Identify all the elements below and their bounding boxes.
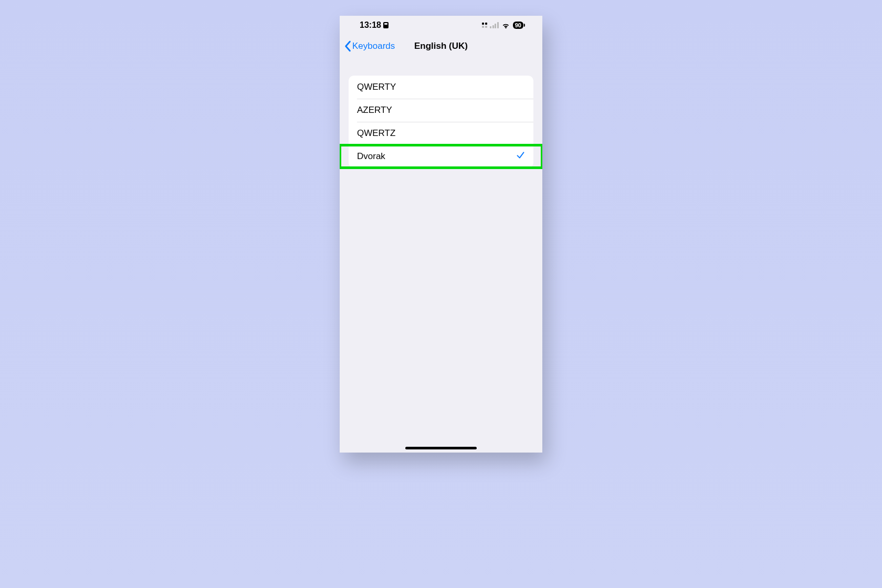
status-time: 13:18	[360, 20, 381, 30]
phone-frame: 13:18 90 Keyboards English (UK)	[340, 16, 542, 453]
layout-label: QWERTY	[357, 82, 396, 92]
keyboard-layout-list: QWERTY AZERTY QWERTZ Dvorak	[349, 76, 533, 168]
portrait-lock-icon	[383, 22, 388, 28]
layout-option-dvorak[interactable]: Dvorak	[349, 145, 533, 168]
layout-option-azerty[interactable]: AZERTY	[349, 99, 533, 122]
chevron-left-icon	[344, 40, 351, 52]
divider	[357, 99, 533, 99]
divider	[357, 122, 533, 122]
dual-sim-icon	[482, 23, 487, 28]
cellular-signal-icon	[490, 22, 499, 28]
page-title: English (UK)	[414, 41, 468, 51]
status-bar-left: 13:18	[360, 20, 388, 30]
layout-label: QWERTZ	[357, 128, 395, 139]
back-label: Keyboards	[352, 41, 395, 51]
battery-level: 90	[515, 22, 521, 28]
home-indicator[interactable]	[405, 447, 477, 449]
content-area: QWERTY AZERTY QWERTZ Dvorak	[340, 58, 542, 168]
battery-icon: 90	[513, 22, 523, 29]
layout-option-qwerty[interactable]: QWERTY	[349, 76, 533, 99]
divider	[357, 145, 533, 145]
navigation-bar: Keyboards English (UK)	[340, 35, 542, 58]
layout-option-qwertz[interactable]: QWERTZ	[349, 122, 533, 145]
back-button[interactable]: Keyboards	[344, 35, 395, 58]
status-bar-right: 90	[482, 21, 523, 30]
layout-label: Dvorak	[357, 151, 385, 162]
layout-label: AZERTY	[357, 105, 392, 116]
status-bar: 13:18 90	[340, 16, 542, 35]
checkmark-icon	[516, 151, 525, 162]
wifi-icon	[501, 21, 510, 30]
